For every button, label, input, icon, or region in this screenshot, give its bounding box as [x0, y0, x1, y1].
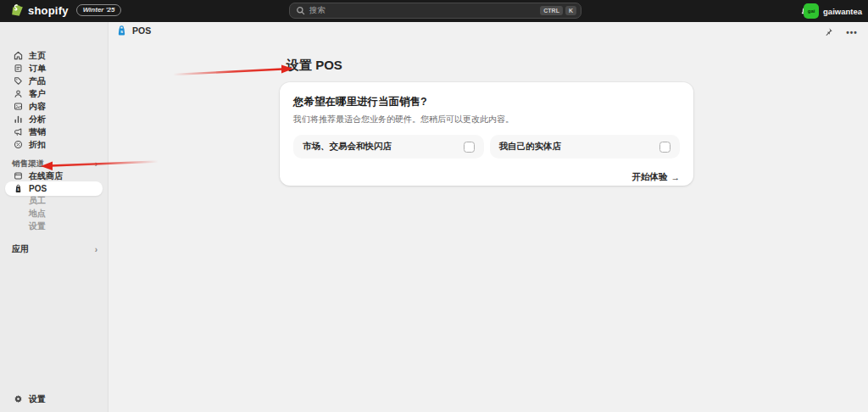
channel-breadcrumb: s POS [116, 25, 151, 36]
annotation-arrow-to-title [170, 61, 295, 80]
pos-bag-icon: s [12, 184, 25, 193]
pos-setup-card: 您希望在哪里进行当面销售? 我们将推荐最适合您业务的硬件。您稍后可以更改此内容。… [280, 82, 693, 186]
checkbox-markets-popups[interactable] [464, 142, 475, 153]
home-icon [12, 51, 25, 60]
user-menu[interactable]: gai gaiwantea [804, 3, 862, 19]
avatar: gai [804, 3, 819, 19]
sidebar-item-settings[interactable]: 设置 [5, 392, 103, 406]
shortcut-key-ctrl: CTRL [540, 6, 563, 15]
search-input[interactable]: 搜索 CTRL K [289, 3, 581, 19]
checkbox-own-store[interactable] [659, 142, 670, 153]
search-placeholder: 搜索 [309, 5, 537, 16]
customers-icon [12, 89, 25, 98]
gear-icon [12, 394, 25, 404]
card-heading: 您希望在哪里进行当面销售? [293, 95, 680, 109]
shopify-logo[interactable]: shopify Winter '25 [11, 3, 121, 17]
page-title: 设置 POS [287, 58, 342, 74]
sidebar-section-apps[interactable]: 应用 › [5, 242, 103, 256]
option-own-store[interactable]: 我自己的实体店 [490, 135, 681, 159]
svg-text:s: s [120, 29, 123, 34]
analytics-icon [12, 114, 25, 124]
sidebar: 主页 订单 产品 客户 内容 分析 营销 折扣 销售渠道 › 在线商店 s PO… [0, 22, 108, 412]
shopify-logo-text: shopify [28, 4, 69, 17]
option-markets-popups[interactable]: 市场、交易会和快闪店 [293, 135, 484, 159]
online-store-icon [12, 171, 25, 181]
shortcut-key-k: K [565, 6, 576, 15]
more-actions-button[interactable]: ••• [844, 25, 860, 40]
version-badge[interactable]: Winter '25 [76, 4, 122, 16]
channel-title: POS [132, 25, 151, 36]
marketing-icon [12, 127, 25, 136]
orders-icon [12, 64, 25, 73]
top-bar: shopify Winter '25 搜索 CTRL K gai gaiwant… [0, 0, 868, 22]
start-experience-link[interactable]: 开始体验 → [632, 171, 681, 183]
pos-channel-icon: s [116, 25, 127, 36]
content-header: s POS ••• [109, 22, 868, 42]
search-icon [296, 6, 305, 15]
sidebar-subitem-staff[interactable]: 员工 [5, 194, 103, 208]
pin-button[interactable] [821, 25, 836, 40]
sidebar-subitem-locations[interactable]: 地点 [5, 207, 103, 220]
sidebar-subitem-settings[interactable]: 设置 [5, 220, 103, 233]
arrow-right-icon: → [671, 172, 681, 182]
card-description: 我们将推荐最适合您业务的硬件。您稍后可以更改此内容。 [293, 114, 680, 125]
discounts-icon [12, 140, 25, 149]
chevron-right-icon: › [95, 245, 97, 254]
shopify-logo-icon [11, 3, 24, 17]
user-name: gaiwantea [823, 7, 862, 16]
sidebar-item-discounts[interactable]: 折扣 [5, 137, 103, 152]
products-icon [12, 76, 25, 86]
content-icon [12, 102, 25, 111]
ellipsis-icon: ••• [846, 28, 858, 37]
pin-icon [823, 27, 833, 37]
chevron-right-icon: › [95, 159, 97, 169]
